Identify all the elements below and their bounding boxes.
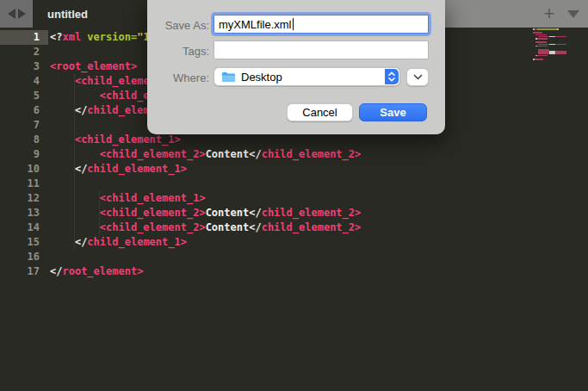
tab-scroll-right-icon[interactable] (18, 9, 26, 19)
tags-label: Tags: (147, 45, 209, 58)
folder-icon (221, 71, 236, 83)
minimap[interactable] (533, 28, 585, 60)
where-select[interactable]: Desktop (214, 67, 400, 86)
line-number: 8 (0, 133, 40, 147)
code-line[interactable]: 15 </child_element_1> (0, 235, 588, 250)
code-line[interactable]: 11 (0, 177, 588, 191)
expand-dialog-button[interactable] (406, 68, 429, 86)
line-number: 11 (0, 177, 40, 191)
save-button-label: Save (380, 106, 405, 119)
code-line[interactable]: 13 <child_element_2>Content</child_eleme… (0, 206, 588, 220)
line-number: 16 (0, 250, 40, 264)
tab-overflow-button[interactable] (564, 0, 583, 28)
code-line[interactable]: 16 (0, 250, 588, 264)
save-as-value: myXMLfile.xml (219, 18, 292, 31)
save-as-input[interactable]: myXMLfile.xml (214, 15, 429, 34)
line-number: 3 (0, 59, 40, 74)
code-line[interactable]: 8 <child_element_1> (0, 133, 588, 147)
line-number: 13 (0, 206, 40, 220)
new-tab-button[interactable]: + (538, 0, 560, 28)
up-down-chevrons-icon (387, 71, 396, 83)
line-number: 6 (0, 103, 40, 118)
code-line[interactable]: 12 <child_element_1> (0, 191, 588, 206)
tags-input[interactable] (214, 40, 429, 59)
cancel-button[interactable]: Cancel (287, 103, 353, 121)
line-number: 7 (0, 118, 40, 133)
sublime-window: 1<?xml version="1.0" encoding="UTF-8"?>2… (0, 0, 588, 391)
save-button[interactable]: Save (359, 103, 427, 121)
caret-down-icon (567, 10, 579, 18)
line-number: 15 (0, 235, 40, 250)
tab-title: untitled (47, 8, 88, 21)
code-line[interactable]: 14 <child_element_2>Content</child_eleme… (0, 220, 588, 235)
line-number: 17 (0, 264, 40, 279)
line-number: 5 (0, 89, 40, 103)
chevron-down-icon (413, 74, 423, 80)
plus-icon: + (544, 3, 555, 25)
tab-scroll-buttons[interactable] (0, 0, 33, 28)
tab-scroll-left-icon[interactable] (8, 9, 15, 19)
code-line[interactable]: 10 </child_element_1> (0, 162, 588, 177)
where-stepper[interactable] (385, 69, 399, 84)
save-as-label: Save As: (147, 19, 209, 32)
line-number: 12 (0, 191, 40, 206)
save-dialog: Save As: myXMLfile.xml Tags: Where: Desk… (147, 0, 445, 134)
where-label: Where: (147, 71, 209, 84)
line-number: 4 (0, 74, 40, 89)
line-number: 2 (0, 45, 40, 59)
line-number: 1 (0, 30, 40, 45)
code-line[interactable]: 17</root_element> (0, 264, 588, 279)
line-number: 10 (0, 162, 40, 177)
text-cursor (293, 18, 294, 30)
where-value: Desktop (241, 71, 282, 84)
cancel-button-label: Cancel (302, 106, 337, 119)
line-number: 9 (0, 147, 40, 162)
code-line[interactable]: 9 <child_element_2>Content</child_elemen… (0, 147, 588, 162)
line-number: 14 (0, 220, 40, 235)
